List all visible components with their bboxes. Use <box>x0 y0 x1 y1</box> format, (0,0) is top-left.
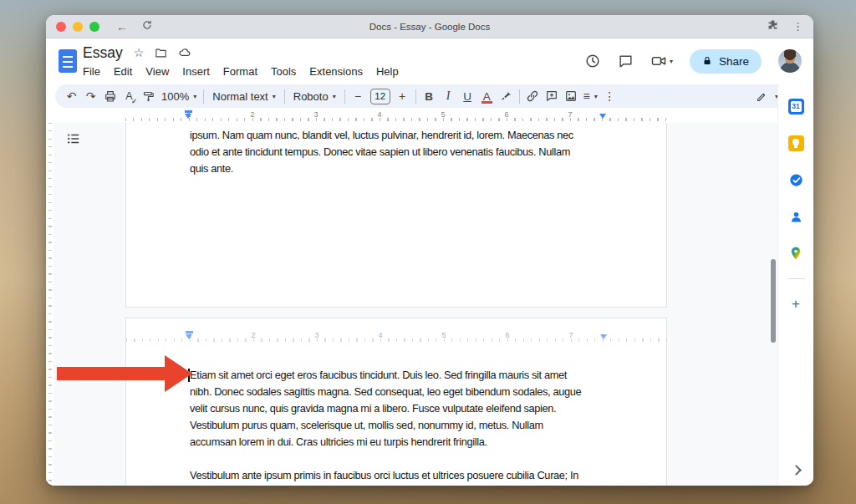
cloud-saved-icon[interactable] <box>178 46 191 59</box>
ruler-number: 2 <box>250 110 254 119</box>
toolbar: ↶ ↷ A✓ 100%▾ Normal text▾ Roboto▾ <box>55 84 804 108</box>
lock-icon <box>702 56 712 66</box>
browser-menu-icon[interactable]: ⋮ <box>792 20 803 33</box>
pencil-icon <box>756 90 768 103</box>
divider <box>519 89 520 104</box>
chevron-down-icon: ▾ <box>670 58 673 65</box>
docs-header: Essay ☆ File Edit View Insert Format Too… <box>46 38 813 84</box>
page2-paragraph-2[interactable]: Vestibulum ante ipsum primis in faucibus… <box>190 467 616 484</box>
divider <box>344 89 345 104</box>
tasks-app-icon[interactable] <box>787 171 804 188</box>
italic-button[interactable]: I <box>439 86 458 106</box>
ruler-ticks <box>125 118 667 121</box>
undo-icon[interactable]: ↶ <box>62 86 81 106</box>
font-size-decrease-button[interactable]: − <box>349 86 368 106</box>
share-button[interactable]: Share <box>690 49 762 74</box>
text-line[interactable]: quis ante. <box>190 160 616 177</box>
docs-app-icon[interactable] <box>59 49 77 73</box>
ruler-number: 4 <box>377 110 381 119</box>
move-folder-icon[interactable] <box>155 47 167 59</box>
side-panel-rail: 31 + <box>777 84 813 486</box>
rail-divider <box>787 278 805 279</box>
toolbar-row: ↶ ↷ A✓ 100%▾ Normal text▾ Roboto▾ <box>46 84 813 109</box>
right-indent-marker[interactable] <box>599 114 606 119</box>
document-title[interactable]: Essay <box>83 44 123 62</box>
browser-window: ← Docs - Essay - Google Docs ⋮ Essay ☆ <box>46 15 813 486</box>
menu-insert[interactable]: Insert <box>176 64 217 79</box>
contacts-app-icon[interactable] <box>787 208 804 225</box>
text-line[interactable]: accumsan lorem in dui. Cras ultricies mi… <box>190 434 616 451</box>
first-line-indent-marker[interactable] <box>185 110 192 113</box>
underline-button[interactable]: U <box>458 86 477 106</box>
zoom-select[interactable]: 100%▾ <box>158 86 200 106</box>
font-family-select[interactable]: Roboto▾ <box>288 86 341 106</box>
text-line[interactable]: Vestibulum purus quam, scelerisque ut, m… <box>190 417 616 434</box>
add-comment-icon[interactable] <box>543 86 562 106</box>
menu-view[interactable]: View <box>139 64 176 79</box>
editing-mode-select[interactable]: ▾ <box>756 86 778 106</box>
divider <box>284 89 285 104</box>
ruler-number: 3 <box>313 110 318 119</box>
browser-reload-icon[interactable] <box>141 19 153 33</box>
get-add-ons-button[interactable]: + <box>787 296 804 313</box>
toolbar-more-icon[interactable]: ⋮ <box>600 86 619 106</box>
text-line[interactable]: odio et ante tincidunt tempus. Donec vit… <box>190 144 616 160</box>
font-size-increase-button[interactable]: + <box>393 86 412 106</box>
annotation-arrow <box>57 367 166 380</box>
document-canvas[interactable]: ipsum. Nam quam nunc, blandit vel, luctu… <box>46 123 777 486</box>
menu-file[interactable]: File <box>76 64 107 79</box>
divider <box>415 89 416 104</box>
left-indent-marker[interactable] <box>185 114 191 119</box>
browser-chrome: ← Docs - Essay - Google Docs ⋮ <box>46 15 813 38</box>
ruler-row: 1 2 3 4 5 6 7 <box>46 109 813 123</box>
horizontal-ruler[interactable]: 1 2 3 4 5 6 7 <box>125 109 667 123</box>
text-line[interactable]: nibh. Donec sodales sagittis magna. Sed … <box>190 384 616 400</box>
menu-tools[interactable]: Tools <box>264 64 303 79</box>
text-line[interactable]: velit cursus nunc, quis gravida magna mi… <box>190 400 616 417</box>
align-select[interactable]: ≡▾ <box>581 86 600 106</box>
annotation-arrow-head <box>165 355 192 392</box>
vertical-scrollbar[interactable] <box>771 259 776 343</box>
bold-button[interactable]: B <box>420 86 439 106</box>
vertical-ruler[interactable] <box>46 123 54 486</box>
keep-app-icon[interactable] <box>787 135 804 151</box>
highlight-color-icon[interactable] <box>497 86 516 106</box>
browser-tab-title: Docs - Essay - Google Docs <box>46 22 813 32</box>
account-avatar[interactable] <box>778 49 802 73</box>
text-line[interactable]: Etiam sit amet orci eget eros faucibus t… <box>190 367 616 384</box>
document-outline-icon[interactable] <box>66 131 81 146</box>
extensions-puzzle-icon[interactable] <box>767 18 779 34</box>
star-icon[interactable]: ☆ <box>134 46 145 59</box>
text-line[interactable]: Vestibulum ante ipsum primis in faucibus… <box>190 467 616 484</box>
paint-format-icon[interactable] <box>139 86 158 106</box>
print-icon[interactable] <box>100 86 120 106</box>
page1-text[interactable]: ipsum. Nam quam nunc, blandit vel, luctu… <box>190 127 616 177</box>
comments-icon[interactable] <box>618 53 634 69</box>
menu-edit[interactable]: Edit <box>107 64 139 79</box>
menu-format[interactable]: Format <box>217 64 264 79</box>
maps-app-icon[interactable] <box>787 245 804 262</box>
ruler-number: 7 <box>568 110 572 119</box>
text-line[interactable]: ipsum. Nam quam nunc, blandit vel, luctu… <box>190 127 616 144</box>
divider <box>203 89 204 104</box>
page2-paragraph-1[interactable]: Etiam sit amet orci eget eros faucibus t… <box>190 367 616 451</box>
page-2[interactable]: 1 2 3 4 5 6 7 Etiam sit amet orci eget e… <box>125 318 667 486</box>
ruler-number: 6 <box>504 110 508 119</box>
text-color-button[interactable]: A <box>477 86 497 106</box>
show-side-panel-icon[interactable] <box>787 461 804 478</box>
meet-call-select[interactable]: ▾ <box>650 53 673 69</box>
page2-faint-ruler: 1 2 3 4 5 6 7 <box>126 330 668 344</box>
paragraph-style-select[interactable]: Normal text▾ <box>207 86 280 106</box>
version-history-icon[interactable] <box>584 53 601 69</box>
menu-extensions[interactable]: Extensions <box>303 64 369 79</box>
browser-back-icon[interactable]: ← <box>116 20 128 33</box>
spellcheck-icon[interactable]: A✓ <box>120 86 139 106</box>
font-size-input[interactable]: 12 <box>370 89 390 104</box>
redo-icon[interactable]: ↷ <box>81 86 100 106</box>
video-camera-icon <box>650 53 667 69</box>
calendar-app-icon[interactable]: 31 <box>787 98 804 115</box>
insert-image-icon[interactable] <box>562 86 581 106</box>
menu-help[interactable]: Help <box>369 64 405 79</box>
page-1[interactable]: ipsum. Nam quam nunc, blandit vel, luctu… <box>125 123 667 308</box>
insert-link-icon[interactable] <box>523 86 543 106</box>
